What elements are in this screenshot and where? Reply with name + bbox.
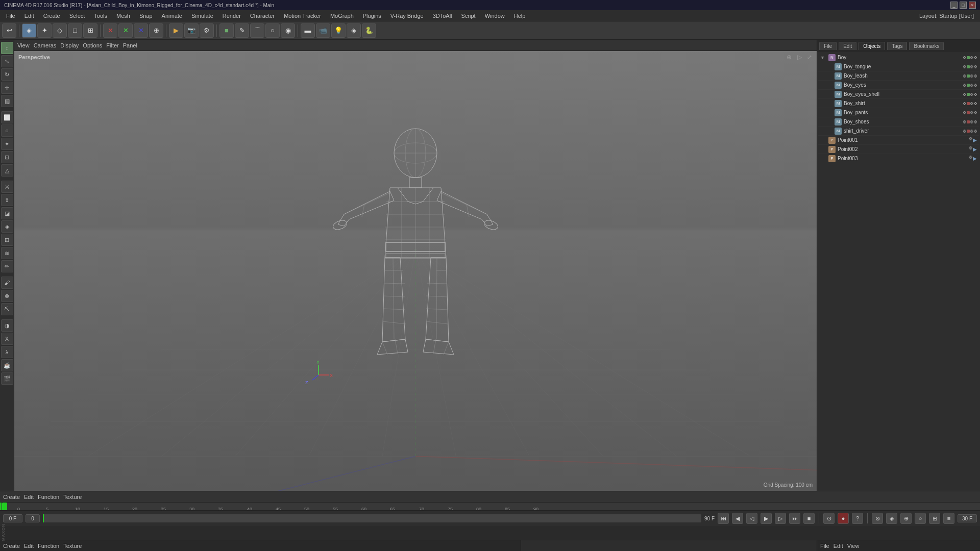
autokey-button[interactable]: ? xyxy=(852,513,863,524)
object-mode-button[interactable]: ◈ xyxy=(22,23,36,38)
rtab-edit[interactable]: Edit xyxy=(839,42,856,50)
viewport-icon-axes[interactable]: ⊕ xyxy=(785,53,793,61)
record-active-button[interactable]: ⊙ xyxy=(823,513,835,524)
scheme-2-button[interactable]: ◈ xyxy=(886,513,897,524)
scheme-5-button[interactable]: ⊞ xyxy=(929,513,940,524)
rotate-tool[interactable]: ↻ xyxy=(1,68,13,81)
reverse-play-button[interactable]: ◁ xyxy=(746,513,757,524)
weld-tool[interactable]: ◈ xyxy=(1,220,13,233)
viewport-icon-render[interactable]: ▷ xyxy=(795,53,803,61)
spline-button[interactable]: ⌒ xyxy=(250,23,264,38)
menu-script[interactable]: Script xyxy=(457,12,480,20)
viewport[interactable]: Perspective ⊕ ▷ ⤢ xyxy=(14,51,817,491)
camera-button[interactable]: 📹 xyxy=(316,23,330,38)
timeline-scrub-bar[interactable] xyxy=(43,514,701,522)
play-button[interactable]: ▶ xyxy=(761,513,772,524)
bevel-tool[interactable]: ◪ xyxy=(1,207,13,219)
object-boy-eyes-shell[interactable]: M Boy_eyes_shell xyxy=(818,90,979,99)
menu-vray[interactable]: V-Ray Bridge xyxy=(386,12,428,20)
transform-tool[interactable]: ✛ xyxy=(1,82,13,94)
render-viewport-button[interactable]: ▶ xyxy=(169,23,183,38)
menu-mesh[interactable]: Mesh xyxy=(112,12,134,20)
vp-menu-panel[interactable]: Panel xyxy=(123,42,137,48)
render-picture-button[interactable]: 📷 xyxy=(184,23,199,38)
knife-tool[interactable]: ⚔ xyxy=(1,181,13,193)
polygons-mode-button[interactable]: □ xyxy=(68,23,82,38)
pen-button[interactable]: ✎ xyxy=(235,23,249,38)
mat-tab-texture[interactable]: Texture xyxy=(63,543,82,549)
object-shirt-driver[interactable]: M shirt_driver xyxy=(818,127,979,136)
light-button[interactable]: 💡 xyxy=(331,23,346,38)
tl-menu-edit[interactable]: Edit xyxy=(24,494,34,500)
bot-tab-file[interactable]: File xyxy=(820,543,829,549)
menu-edit[interactable]: Edit xyxy=(20,12,38,20)
undo-button[interactable]: ↩ xyxy=(2,23,16,38)
camera-create[interactable]: ⊡ xyxy=(1,151,13,163)
tl-menu-texture[interactable]: Texture xyxy=(63,494,82,500)
rtab-bookmarks[interactable]: Bookmarks xyxy=(909,42,944,50)
menu-motion-tracker[interactable]: Motion Tracker xyxy=(280,12,325,20)
light-create[interactable]: ✦ xyxy=(1,138,13,150)
menu-render[interactable]: Render xyxy=(218,12,245,20)
go-end-button[interactable]: ⏭ xyxy=(789,513,800,524)
object-boy-eyes[interactable]: M Boy_eyes xyxy=(818,81,979,90)
uvw-mode-button[interactable]: ⊞ xyxy=(83,23,97,38)
paint-tool[interactable]: 🖌 xyxy=(1,277,13,289)
minimize-button[interactable]: _ xyxy=(950,2,958,9)
polygon-create[interactable]: △ xyxy=(1,164,13,177)
select-tool[interactable]: ▧ xyxy=(1,95,13,107)
menu-character[interactable]: Character xyxy=(246,12,279,20)
object-point003[interactable]: P Point003 ▶ xyxy=(818,154,979,163)
scheme-4-button[interactable]: ○ xyxy=(915,513,926,524)
menu-3dtoall[interactable]: 3DToAll xyxy=(429,12,456,20)
bridge-tool[interactable]: ≋ xyxy=(1,247,13,259)
menu-select[interactable]: Select xyxy=(65,12,89,20)
tl-menu-function[interactable]: Function xyxy=(38,494,59,500)
points-mode-button[interactable]: ✦ xyxy=(37,23,52,38)
python-button[interactable]: 🐍 xyxy=(362,23,376,38)
menu-window[interactable]: Window xyxy=(481,12,509,20)
menu-tools[interactable]: Tools xyxy=(90,12,111,20)
frame-start-input[interactable] xyxy=(3,514,22,522)
extrude-tool[interactable]: ⇪ xyxy=(1,194,13,206)
xpresso-tag[interactable]: Χ xyxy=(1,333,13,345)
scale-tool[interactable]: ⤡ xyxy=(1,55,13,67)
z-axis-button[interactable]: ✕ xyxy=(134,23,148,38)
material-button[interactable]: ◈ xyxy=(347,23,361,38)
menu-simulate[interactable]: Simulate xyxy=(187,12,217,20)
render-settings-button[interactable]: ⚙ xyxy=(200,23,214,38)
x-axis-button[interactable]: ✕ xyxy=(103,23,117,38)
next-frame-button[interactable]: ▷ xyxy=(775,513,786,524)
sculpt-tool[interactable]: ⛏ xyxy=(1,303,13,315)
fps-input[interactable] xyxy=(958,514,977,522)
scheme-1-button[interactable]: ⊗ xyxy=(872,513,883,524)
bot-tab-view[interactable]: View xyxy=(847,543,860,549)
scheme-3-button[interactable]: ⊕ xyxy=(900,513,912,524)
go-start-button[interactable]: ⏮ xyxy=(718,513,729,524)
menu-help[interactable]: Help xyxy=(510,12,530,20)
menu-snap[interactable]: Snap xyxy=(135,12,157,20)
vp-menu-display[interactable]: Display xyxy=(60,42,79,48)
menu-create[interactable]: Create xyxy=(39,12,64,20)
object-boy-shoes[interactable]: M Boy_shoes xyxy=(818,117,979,127)
menu-mograph[interactable]: MoGraph xyxy=(326,12,358,20)
frame-current-input[interactable] xyxy=(26,514,40,522)
mat-tab-edit[interactable]: Edit xyxy=(24,543,34,549)
coffeescript[interactable]: ☕ xyxy=(1,359,13,371)
object-boy-leash[interactable]: M Boy_leash xyxy=(818,71,979,81)
object-boy-tongue[interactable]: M Boy_tongue xyxy=(818,62,979,71)
y-axis-button[interactable]: ✕ xyxy=(118,23,133,38)
record-button[interactable]: ● xyxy=(838,513,849,524)
timeline-ruler[interactable]: 0 5 10 15 20 25 30 35 40 45 50 55 60 65 … xyxy=(0,503,980,511)
brush-tool[interactable]: ✏ xyxy=(1,260,13,272)
stop-button[interactable]: ■ xyxy=(803,513,815,524)
rtab-objects[interactable]: Objects xyxy=(859,42,885,50)
menu-plugins[interactable]: Plugins xyxy=(359,12,385,20)
mat-tab-create[interactable]: Create xyxy=(3,543,20,549)
vp-menu-filter[interactable]: Filter xyxy=(106,42,118,48)
move-tool[interactable]: ↕ xyxy=(1,42,13,54)
prev-frame-button[interactable]: ◀ xyxy=(732,513,743,524)
menu-file[interactable]: File xyxy=(2,12,19,20)
magnet-tool[interactable]: ⊗ xyxy=(1,290,13,302)
menu-animate[interactable]: Animate xyxy=(158,12,186,20)
